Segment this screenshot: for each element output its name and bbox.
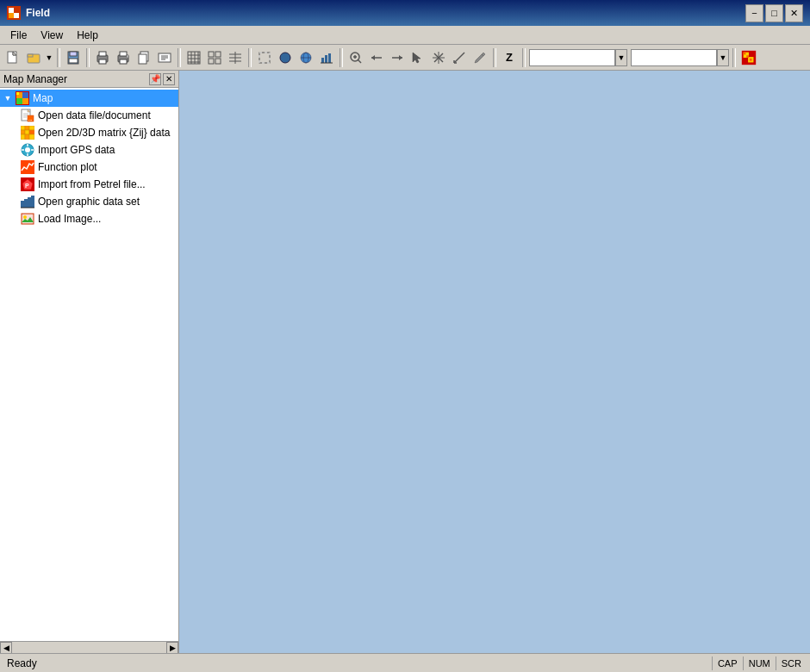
menu-view[interactable]: View <box>34 28 70 43</box>
measure-button[interactable] <box>450 48 469 67</box>
tree-item-graphic[interactable]: Open graphic data set <box>0 193 178 210</box>
print-button[interactable] <box>93 48 112 67</box>
circle-button[interactable] <box>276 48 295 67</box>
tree-item-petrel[interactable]: P Import from Petrel file... <box>0 176 178 193</box>
svg-rect-39 <box>259 53 270 63</box>
print2-button[interactable] <box>114 48 133 67</box>
window-title: Field <box>26 7 745 19</box>
grid2-button[interactable] <box>205 48 224 67</box>
svg-rect-9 <box>70 52 77 56</box>
tree-item-image[interactable]: Load Image... <box>0 210 178 227</box>
chart-button[interactable] <box>317 48 336 67</box>
svg-marker-56 <box>399 55 402 60</box>
matrix-icon <box>21 126 34 140</box>
separator-7 <box>522 48 526 67</box>
separator-6 <box>493 48 496 67</box>
open-dropdown-button[interactable]: ▼ <box>45 48 53 67</box>
maximize-button[interactable]: □ <box>765 4 783 22</box>
image-icon <box>21 212 34 226</box>
app-icon <box>7 6 21 20</box>
scroll-right-button[interactable]: ▶ <box>166 642 178 654</box>
pin-button[interactable]: 📌 <box>149 73 161 85</box>
pen-button[interactable] <box>470 48 489 67</box>
image-label: Load Image... <box>38 213 101 225</box>
svg-rect-34 <box>215 59 221 64</box>
panel-scrollbar: ◀ ▶ <box>0 641 178 653</box>
menu-help[interactable]: Help <box>70 28 105 43</box>
status-text: Ready <box>3 657 712 669</box>
svg-text:P: P <box>25 183 29 189</box>
dropdown1-field[interactable] <box>529 49 615 66</box>
gps-icon <box>21 143 34 157</box>
data-file-icon: ... <box>21 109 34 122</box>
z-button[interactable]: Z <box>500 48 519 67</box>
tree-item-gps[interactable]: Import GPS data <box>0 141 178 159</box>
grid1-button[interactable] <box>184 48 203 67</box>
globe-button[interactable] <box>296 48 315 67</box>
tree-item-map[interactable]: ▼ Map <box>0 90 178 107</box>
scroll-left-button[interactable]: ◀ <box>0 642 12 654</box>
map-label: Map <box>33 92 53 104</box>
layers-button[interactable] <box>739 48 758 67</box>
svg-rect-19 <box>139 54 146 64</box>
window-controls: − □ ✕ <box>745 4 803 22</box>
zoom-in-button[interactable] <box>346 48 365 67</box>
menu-file[interactable]: File <box>3 28 34 43</box>
separator-1 <box>57 48 60 67</box>
cursor-tool-button[interactable] <box>408 48 427 67</box>
cross-button[interactable] <box>429 48 448 67</box>
svg-rect-47 <box>328 53 331 63</box>
separator-2 <box>86 48 90 67</box>
tree-view: ▼ Map <box>0 88 178 641</box>
svg-rect-112 <box>22 214 34 224</box>
function-icon <box>21 160 34 174</box>
dropdown2-arrow[interactable]: ▼ <box>717 49 729 66</box>
svg-point-113 <box>23 215 27 219</box>
close-button[interactable]: ✕ <box>785 4 803 22</box>
copy2-button[interactable] <box>155 48 174 67</box>
status-bar: Ready CAP NUM SCR <box>0 653 810 672</box>
open-button[interactable] <box>24 48 43 67</box>
grid3-button[interactable] <box>226 48 245 67</box>
map-manager-header: Map Manager 📌 ✕ <box>0 71 178 88</box>
tree-item-open-data[interactable]: ... Open data file/document <box>0 107 178 124</box>
separator-5 <box>340 48 343 67</box>
svg-rect-2 <box>14 13 19 18</box>
graphic-icon <box>21 195 34 208</box>
scroll-track[interactable] <box>12 642 166 654</box>
svg-rect-106 <box>21 201 24 208</box>
svg-rect-90 <box>21 130 25 134</box>
separator-3 <box>178 48 181 67</box>
dropdown1-arrow[interactable]: ▼ <box>615 49 627 66</box>
tree-item-function[interactable]: Function plot <box>0 159 178 176</box>
svg-rect-15 <box>120 52 127 56</box>
copy-button[interactable] <box>134 48 153 67</box>
cap-indicator: CAP <box>712 656 743 670</box>
function-label: Function plot <box>38 161 97 173</box>
svg-rect-72 <box>750 58 752 60</box>
map-manager-panel: Map Manager 📌 ✕ ▼ <box>0 71 179 653</box>
svg-rect-107 <box>24 199 28 208</box>
title-bar: Field − □ ✕ <box>0 0 810 26</box>
select-button[interactable] <box>255 48 274 67</box>
dropdown2-field[interactable] <box>631 49 717 66</box>
minimize-button[interactable]: − <box>745 4 763 22</box>
new-button[interactable] <box>3 48 22 67</box>
open-data-label: Open data file/document <box>38 109 151 121</box>
content-area <box>179 71 810 653</box>
svg-rect-95 <box>29 134 34 140</box>
pan-right-button[interactable] <box>388 48 407 67</box>
svg-rect-32 <box>215 52 221 57</box>
panel-close-button[interactable]: ✕ <box>163 73 175 85</box>
tree-item-matrix[interactable]: Open 2D/3D matrix {Zij} data <box>0 124 178 141</box>
svg-rect-16 <box>120 59 127 64</box>
svg-rect-88 <box>25 126 29 130</box>
svg-rect-94 <box>25 134 29 140</box>
save-button[interactable] <box>64 48 83 67</box>
svg-rect-109 <box>31 196 34 208</box>
svg-rect-45 <box>321 58 324 63</box>
pan-left-button[interactable] <box>367 48 386 67</box>
svg-rect-31 <box>209 52 214 57</box>
toolbar: ▼ <box>0 45 810 71</box>
petrel-label: Import from Petrel file... <box>38 178 146 190</box>
